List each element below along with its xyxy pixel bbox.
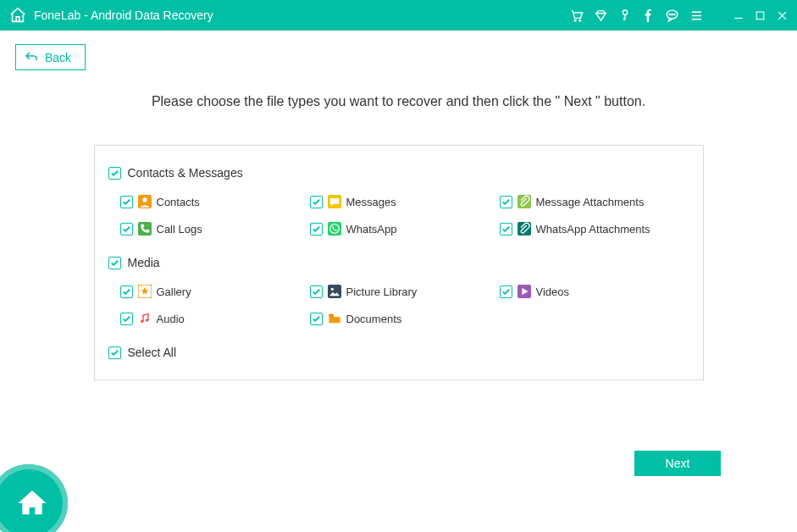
item-messages[interactable]: Messages xyxy=(310,195,500,208)
next-button[interactable]: Next xyxy=(634,451,721,476)
group-media[interactable]: Media xyxy=(108,256,689,269)
instruction-text: Please choose the file types you want to… xyxy=(0,94,797,109)
checkbox-contacts[interactable] xyxy=(120,196,133,208)
item-whatsapp-attachments[interactable]: WhatsApp Attachments xyxy=(500,222,689,236)
videos-icon xyxy=(517,285,531,298)
messages-label: Messages xyxy=(346,196,396,208)
message-attachments-icon xyxy=(517,195,531,208)
group-media-label: Media xyxy=(128,256,160,269)
item-whatsapp[interactable]: WhatsApp xyxy=(310,222,500,236)
svg-point-19 xyxy=(330,288,333,291)
svg-point-23 xyxy=(146,319,148,321)
messages-icon xyxy=(328,195,341,208)
select-all-label: Select All xyxy=(128,346,177,359)
svg-rect-21 xyxy=(138,312,152,325)
item-contacts[interactable]: Contacts xyxy=(120,195,310,208)
titlebar: FoneLab - Android Data Recovery xyxy=(0,0,797,30)
svg-rect-0 xyxy=(16,17,19,22)
minimize-icon[interactable] xyxy=(733,9,744,21)
contacts-icon xyxy=(138,195,152,208)
svg-point-6 xyxy=(672,14,672,14)
checkbox-whatsapp[interactable] xyxy=(310,223,323,236)
checkbox-group-media[interactable] xyxy=(108,257,121,269)
checkbox-group-contacts[interactable] xyxy=(108,167,121,180)
picture-library-label: Picture Library xyxy=(346,285,418,298)
checkbox-select-all[interactable] xyxy=(108,346,121,359)
item-videos[interactable]: Videos xyxy=(500,285,689,298)
item-picture-library[interactable]: Picture Library xyxy=(310,285,500,298)
svg-point-2 xyxy=(579,19,581,21)
app-title: FoneLab - Android Data Recovery xyxy=(34,8,569,22)
message-attachments-label: Message Attachments xyxy=(536,196,645,208)
app-logo-icon xyxy=(8,6,27,25)
call-logs-icon xyxy=(138,222,152,236)
whatsapp-attachments-label: WhatsApp Attachments xyxy=(536,223,650,236)
checkbox-gallery[interactable] xyxy=(120,285,133,298)
key-icon[interactable] xyxy=(618,8,632,22)
titlebar-controls xyxy=(569,8,789,23)
svg-point-10 xyxy=(142,197,147,202)
picture-library-icon xyxy=(328,285,341,298)
checkbox-messages[interactable] xyxy=(310,196,323,208)
audio-icon xyxy=(138,312,152,325)
home-icon xyxy=(15,486,49,524)
item-audio[interactable]: Audio xyxy=(120,312,310,325)
checkbox-message-attachments[interactable] xyxy=(500,196,512,208)
svg-rect-8 xyxy=(756,12,764,19)
media-grid: Gallery Picture Library Videos Audio xyxy=(108,285,689,325)
item-documents[interactable]: Documents xyxy=(310,312,500,325)
checkbox-whatsapp-attachments[interactable] xyxy=(500,223,512,236)
item-message-attachments[interactable]: Message Attachments xyxy=(500,195,689,208)
videos-label: Videos xyxy=(536,285,570,298)
group-contacts-messages[interactable]: Contacts & Messages xyxy=(108,166,689,180)
back-button[interactable]: Back xyxy=(15,44,86,70)
checkbox-documents[interactable] xyxy=(310,313,323,325)
diamond-icon[interactable] xyxy=(594,8,608,23)
contacts-grid: Contacts Messages Message Attachments Ca… xyxy=(108,195,689,236)
svg-rect-13 xyxy=(138,222,152,236)
checkbox-videos[interactable] xyxy=(500,285,512,298)
checkbox-audio[interactable] xyxy=(120,313,133,325)
cart-icon[interactable] xyxy=(569,8,584,23)
item-gallery[interactable]: Gallery xyxy=(120,285,310,298)
documents-label: Documents xyxy=(346,313,402,325)
whatsapp-attachments-icon xyxy=(517,222,531,236)
whatsapp-label: WhatsApp xyxy=(346,223,397,236)
svg-point-5 xyxy=(669,14,670,14)
checkbox-call-logs[interactable] xyxy=(120,223,133,236)
svg-point-1 xyxy=(574,19,576,21)
svg-rect-24 xyxy=(329,314,333,317)
home-fab[interactable] xyxy=(0,464,68,532)
gallery-label: Gallery xyxy=(157,285,191,298)
svg-rect-18 xyxy=(328,285,341,298)
whatsapp-icon xyxy=(328,222,341,236)
documents-icon xyxy=(328,312,341,325)
checkbox-picture-library[interactable] xyxy=(310,285,323,298)
close-icon[interactable] xyxy=(776,9,789,22)
select-all[interactable]: Select All xyxy=(108,346,689,359)
svg-point-3 xyxy=(623,10,627,14)
gallery-icon xyxy=(138,285,152,298)
group-contacts-label: Contacts & Messages xyxy=(128,166,243,180)
menu-icon[interactable] xyxy=(689,8,704,23)
file-type-panel: Contacts & Messages Contacts Messages Me… xyxy=(94,145,704,380)
audio-label: Audio xyxy=(157,313,185,325)
contacts-label: Contacts xyxy=(157,196,200,208)
next-label: Next xyxy=(666,457,690,470)
call-logs-label: Call Logs xyxy=(157,223,202,236)
item-call-logs[interactable]: Call Logs xyxy=(120,222,310,236)
facebook-icon[interactable] xyxy=(642,9,655,22)
feedback-icon[interactable] xyxy=(665,8,679,23)
back-label: Back xyxy=(45,51,71,64)
back-arrow-icon xyxy=(25,50,38,64)
maximize-icon[interactable] xyxy=(755,10,766,21)
svg-point-22 xyxy=(141,320,143,323)
svg-point-7 xyxy=(674,14,675,14)
